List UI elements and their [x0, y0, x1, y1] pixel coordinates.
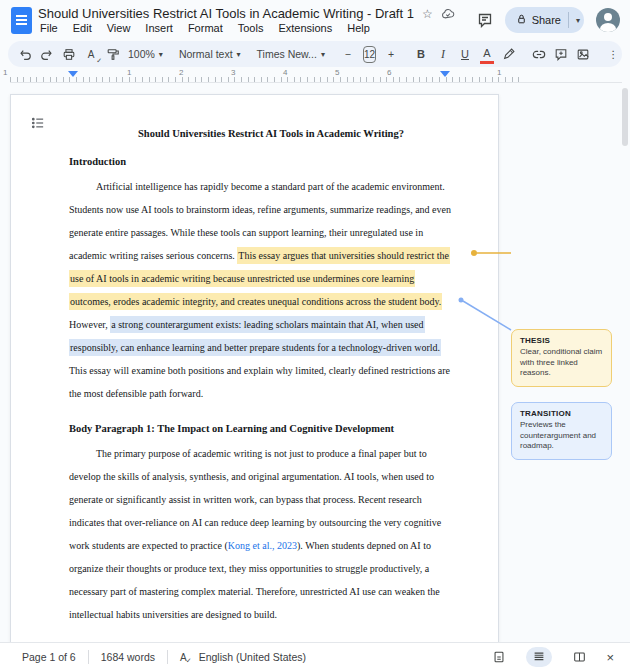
underline-button[interactable]: U [458, 44, 472, 64]
highlight-color-button[interactable] [502, 44, 516, 64]
ruler-number: 3 [231, 68, 235, 77]
text-line: However, a strong counterargument exists… [69, 313, 473, 336]
callout-title: TRANSITION [520, 409, 603, 418]
chevron-down-icon: ▾ [237, 50, 241, 59]
callout-thesis[interactable]: THESIS Clear, conditional claim with thr… [511, 329, 612, 387]
menu-file[interactable]: File [40, 22, 58, 34]
citation-link[interactable]: Kong et al., 2023 [228, 540, 297, 551]
language-icon: A✓ [180, 652, 187, 663]
callout-title: THESIS [520, 336, 603, 345]
callout-text: Clear, conditional claim with three link… [520, 347, 603, 379]
text-line: academic writing raises serious concerns… [69, 244, 473, 267]
menu-edit[interactable]: Edit [73, 22, 92, 34]
ruler-number: 4 [283, 68, 287, 77]
paint-format-button[interactable] [106, 44, 120, 64]
highlight-yellow: outcomes, erodes academic integrity, and… [69, 293, 442, 310]
ruler-number: 6 [387, 68, 391, 77]
redo-button[interactable] [40, 44, 54, 64]
doc-title-heading: Should Universities Restrict AI Tools in… [69, 122, 473, 145]
star-icon[interactable]: ☆ [422, 8, 433, 20]
document-text[interactable]: Should Universities Restrict AI Tools in… [69, 122, 473, 626]
text-line: The primary purpose of academic writing … [69, 442, 473, 465]
text-line: work students are expected to practice (… [69, 534, 473, 557]
callout-transition[interactable]: TRANSITION Previews the counterargument … [511, 402, 612, 460]
side-by-side-view-icon[interactable] [566, 647, 592, 667]
font-size-input[interactable]: 12 [363, 46, 376, 63]
menu-insert[interactable]: Insert [145, 22, 173, 34]
account-avatar[interactable] [596, 8, 620, 32]
toolbar: A✓ 100%▾ Normal text▾ Times New...▾ − 12… [8, 41, 622, 67]
text-color-button[interactable]: A [480, 44, 494, 64]
word-count[interactable]: 1684 words [101, 651, 155, 663]
page-count[interactable]: Page 1 of 6 [22, 651, 76, 663]
text-line: responsibly, can enhance learning and be… [69, 336, 473, 359]
insert-link-button[interactable] [532, 44, 546, 64]
paragraph-style-select[interactable]: Normal text▾ [179, 48, 241, 60]
pages-view-icon[interactable] [486, 647, 512, 667]
menu-format[interactable]: Format [188, 22, 223, 34]
text-line: outcomes, erodes academic integrity, and… [69, 290, 473, 313]
text-line: the most defensible path forward. [69, 382, 473, 405]
text-line: organize their thoughts or produce text,… [69, 557, 473, 580]
spell-check-button[interactable]: A✓ [84, 44, 98, 64]
menu-bar: FileEditViewInsertFormatToolsExtensionsH… [40, 22, 370, 34]
highlight-yellow: use of AI tools in academic writing beca… [69, 270, 415, 287]
text-line: use of AI tools in academic writing beca… [69, 267, 473, 290]
highlight-yellow: This essay argues that universities shou… [237, 247, 450, 264]
print-button[interactable] [62, 44, 76, 64]
italic-button[interactable]: I [436, 44, 450, 64]
add-comment-button[interactable] [554, 44, 568, 64]
document-outline-icon[interactable] [31, 115, 45, 133]
bold-button[interactable]: B [414, 44, 428, 64]
doc-section-heading: Introduction [69, 150, 473, 173]
ruler-number: 1 [3, 68, 7, 77]
chevron-down-icon: ▾ [321, 50, 325, 59]
text-line: generate entire passages. While these to… [69, 221, 473, 244]
increase-font-size-button[interactable]: + [384, 44, 398, 64]
font-select[interactable]: Times New...▾ [257, 48, 325, 60]
share-dropdown-icon[interactable]: ▾ [576, 16, 580, 25]
undo-button[interactable] [18, 44, 32, 64]
text-line: develop the skills of analysis, synthesi… [69, 465, 473, 488]
language-label[interactable]: English (United States) [199, 651, 306, 663]
text-line: Students now use AI tools to brainstorm … [69, 198, 473, 221]
menu-extensions[interactable]: Extensions [278, 22, 332, 34]
ruler-number: 5 [335, 68, 339, 77]
ruler: 11234561 [0, 68, 630, 84]
share-button[interactable]: Share ▾ [505, 7, 584, 33]
pageless-view-icon[interactable] [526, 647, 552, 667]
zoom-select[interactable]: 100%▾ [128, 48, 163, 60]
insert-image-button[interactable] [576, 44, 590, 64]
text-line: generate or significantly assist in writ… [69, 488, 473, 511]
share-label: Share [532, 14, 561, 26]
menu-tools[interactable]: Tools [238, 22, 264, 34]
callout-text: Previews the counterargument and roadmap… [520, 420, 603, 452]
comment-history-icon[interactable] [477, 12, 493, 28]
text-line: Artificial intelligence has rapidly beco… [69, 175, 473, 198]
scrollbar-thumb[interactable] [622, 88, 628, 146]
cloud-status-icon[interactable] [441, 8, 455, 20]
doc-section-heading: Body Paragraph 1: The Impact on Learning… [69, 417, 473, 440]
text-line: indicates that over-reliance on AI can r… [69, 511, 473, 534]
paragraph: Artificial intelligence has rapidly beco… [69, 175, 473, 405]
chevron-down-icon: ▾ [159, 50, 163, 59]
menu-view[interactable]: View [107, 22, 131, 34]
text-line: necessary part of mastering complex mate… [69, 580, 473, 603]
close-icon[interactable]: × [606, 650, 614, 665]
document-canvas: Should Universities Restrict AI Tools in… [0, 84, 630, 642]
menu-help[interactable]: Help [347, 22, 370, 34]
text-line: This essay will examine both positions a… [69, 359, 473, 382]
indent-marker[interactable] [440, 71, 450, 77]
indent-marker[interactable] [68, 71, 78, 77]
paragraph: The primary purpose of academic writing … [69, 442, 473, 626]
document-page[interactable]: Should Universities Restrict AI Tools in… [10, 94, 499, 642]
text-line: intellectual habits universities are des… [69, 603, 473, 626]
lock-icon [516, 11, 527, 29]
top-bar: Should Universities Restrict AI Tools in… [0, 0, 630, 40]
decrease-font-size-button[interactable]: − [341, 44, 355, 64]
google-docs-logo-icon[interactable] [11, 7, 32, 34]
ruler-number: 1 [127, 68, 131, 77]
more-options-button[interactable]: ⋮ [606, 44, 620, 64]
highlight-blue: responsibly, can enhance learning and be… [69, 339, 441, 356]
document-title[interactable]: Should Universities Restrict AI Tools in… [38, 6, 414, 21]
